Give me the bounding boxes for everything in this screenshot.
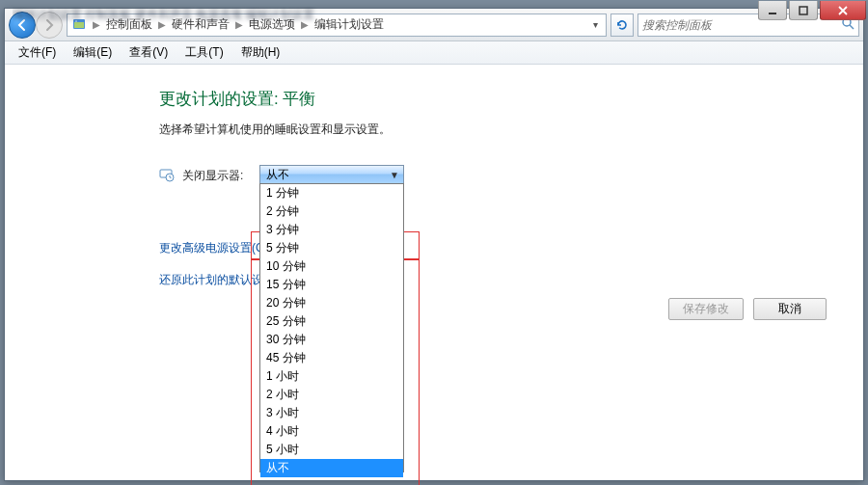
dropdown-option[interactable]: 20 分钟: [260, 294, 403, 312]
dropdown-option[interactable]: 45 分钟: [260, 349, 403, 367]
menu-file[interactable]: 文件(F): [11, 42, 64, 63]
dropdown-option[interactable]: 5 小时: [260, 441, 403, 459]
menu-tools[interactable]: 工具(T): [177, 42, 231, 63]
monitor-clock-icon: [159, 167, 175, 182]
footer-buttons: 保存修改 取消: [668, 298, 827, 320]
display-off-label: 关闭显示器:: [182, 165, 252, 184]
dropdown-option[interactable]: 3 小时: [260, 404, 403, 422]
dropdown-option[interactable]: 5 分钟: [260, 239, 403, 257]
combobox-selected-value: 从不: [266, 167, 289, 183]
menu-bar: 文件(F) 编辑(E) 查看(V) 工具(T) 帮助(H): [5, 41, 863, 65]
dropdown-option[interactable]: 25 分钟: [260, 312, 403, 331]
window-controls: [758, 1, 866, 28]
dropdown-option[interactable]: 1 分钟: [260, 184, 403, 202]
menu-edit[interactable]: 编辑(E): [66, 42, 120, 63]
display-off-combobox[interactable]: 从不 ▼: [259, 165, 404, 184]
blurred-title-text: 编辑计划设置 控制面板 硬件和声音 电源选项 编辑计划设置: [13, 7, 670, 24]
dropdown-arrow-icon: ▼: [390, 170, 399, 180]
maximize-button[interactable]: [789, 1, 818, 20]
dropdown-option[interactable]: 3 分钟: [260, 221, 403, 239]
cancel-button[interactable]: 取消: [753, 298, 827, 320]
dropdown-option[interactable]: 2 分钟: [260, 202, 403, 221]
close-button[interactable]: [820, 1, 866, 20]
page-title: 更改计划的设置: 平衡: [159, 88, 863, 110]
dropdown-option[interactable]: 30 分钟: [260, 331, 403, 349]
display-off-setting: 关闭显示器: 从不 ▼ 1 分钟2 分钟3 分钟5 分钟10 分钟15 分钟20…: [159, 165, 863, 184]
control-panel-window: 编辑计划设置 控制面板 硬件和声音 电源选项 编辑计划设置 ▶ 控制面: [4, 8, 864, 481]
dropdown-option[interactable]: 1 小时: [260, 367, 403, 386]
menu-help[interactable]: 帮助(H): [233, 42, 288, 63]
dropdown-option[interactable]: 4 小时: [260, 422, 403, 441]
display-off-dropdown[interactable]: 1 分钟2 分钟3 分钟5 分钟10 分钟15 分钟20 分钟25 分钟30 分…: [259, 183, 404, 472]
save-button[interactable]: 保存修改: [668, 298, 744, 320]
page-description: 选择希望计算机使用的睡眠设置和显示设置。: [159, 121, 863, 138]
svg-rect-1: [800, 7, 807, 14]
dropdown-option[interactable]: 2 小时: [260, 386, 403, 404]
menu-view[interactable]: 查看(V): [122, 42, 176, 63]
minimize-button[interactable]: [758, 1, 787, 20]
svg-rect-0: [769, 13, 776, 14]
content-area: 更改计划的设置: 平衡 选择希望计算机使用的睡眠设置和显示设置。 关闭显示器: …: [5, 65, 863, 480]
dropdown-option[interactable]: 15 分钟: [260, 276, 403, 294]
dropdown-option[interactable]: 10 分钟: [260, 257, 403, 276]
dropdown-option[interactable]: 从不: [260, 459, 403, 477]
